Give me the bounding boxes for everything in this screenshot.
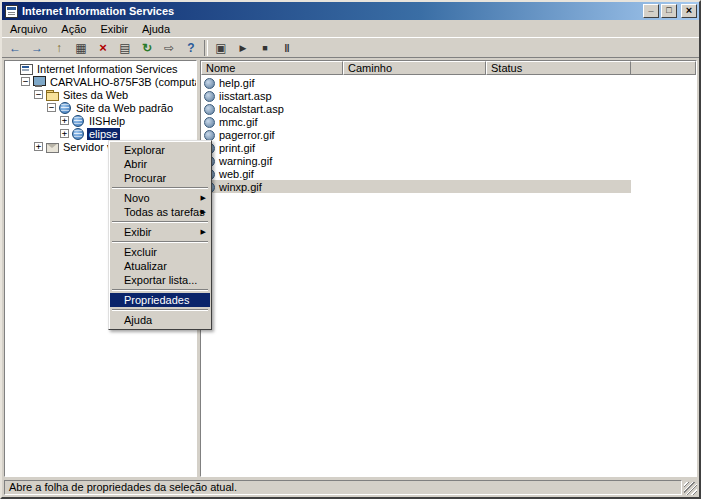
titlebar[interactable]: Internet Information Services _ □ × — [2, 2, 699, 20]
stop-item-button[interactable]: ■ — [254, 39, 276, 57]
list-row[interactable]: warning.gif — [201, 154, 631, 167]
file-name: help.gif — [219, 77, 254, 89]
pause-item-button[interactable]: ‖ — [276, 39, 298, 57]
file-name: web.gif — [219, 168, 254, 180]
back-button[interactable]: ← — [4, 39, 26, 57]
menu-item-novo[interactable]: Novo — [110, 191, 210, 205]
menu-item[interactable]: Ajuda — [135, 22, 177, 36]
computer-icon — [33, 76, 45, 88]
console-icon — [20, 63, 32, 75]
tree-item-elipse[interactable]: + elipse — [5, 127, 196, 140]
file-name: print.gif — [219, 142, 255, 154]
file-name: warning.gif — [219, 155, 272, 167]
list-row[interactable]: iisstart.asp — [201, 89, 631, 102]
show-tree-button[interactable]: ▦ — [70, 39, 92, 57]
tree-item-label: IISHelp — [87, 115, 127, 127]
close-button[interactable]: × — [681, 4, 697, 18]
file-name: mmc.gif — [219, 116, 258, 128]
tree-item-sites-da-web[interactable]: − Sites da Web — [5, 88, 196, 101]
context-menu-item — [112, 309, 208, 311]
column-header[interactable]: Nome — [201, 61, 343, 75]
toolbar-button — [202, 39, 210, 57]
list-row[interactable]: localstart.asp — [201, 102, 631, 115]
file-name: localstart.asp — [219, 103, 284, 115]
menu-item-procurar[interactable]: Procurar — [110, 171, 210, 185]
column-header-filler — [631, 61, 696, 75]
list-row[interactable]: web.gif — [201, 167, 631, 180]
list-row[interactable]: print.gif — [201, 141, 631, 154]
menu-item-exibir[interactable]: Exibir — [110, 225, 210, 239]
delete-button[interactable]: × — [92, 39, 114, 57]
maximize-button[interactable]: □ — [661, 4, 677, 18]
menu-item[interactable]: Arquivo — [3, 22, 54, 36]
tree-item-site-da-web-padrao[interactable]: − Site da Web padrão — [5, 101, 196, 114]
menu-item-excluir[interactable]: Excluir — [110, 245, 210, 259]
expand-toggle[interactable]: + — [60, 116, 69, 125]
forward-button[interactable]: → — [26, 39, 48, 57]
export-list-button[interactable]: ⇨ — [158, 39, 180, 57]
file-icon — [203, 90, 215, 102]
menu-item-abrir[interactable]: Abrir — [110, 157, 210, 171]
list-row[interactable]: mmc.gif — [201, 115, 631, 128]
column-header[interactable]: Status — [486, 61, 631, 75]
file-name: iisstart.asp — [219, 90, 272, 102]
tree-item-label: Site da Web padrão — [74, 102, 175, 114]
tree-item-label: Sites da Web — [61, 89, 130, 101]
file-icon — [203, 129, 215, 141]
tree-item-label: elipse — [87, 128, 120, 140]
expand-toggle[interactable]: + — [34, 142, 43, 151]
smtp-icon — [46, 141, 58, 153]
column-header[interactable]: Caminho — [343, 61, 486, 75]
context-menu-item — [112, 187, 208, 189]
context-menu-item — [112, 241, 208, 243]
expand-toggle[interactable]: − — [34, 90, 43, 99]
file-icon — [203, 103, 215, 115]
tree-item-iis-root[interactable]: Internet Information Services — [5, 62, 196, 75]
site-icon — [72, 115, 84, 127]
window-controls: _ □ × — [643, 4, 697, 18]
file-icon — [203, 116, 215, 128]
menu-item-propriedades[interactable]: Propriedades — [110, 293, 210, 307]
resize-grip[interactable] — [684, 482, 697, 495]
submenu-arrow-icon — [201, 225, 206, 239]
help-button[interactable]: ? — [180, 39, 202, 57]
tree-item-computer[interactable]: − CARVALHO-875F3B (computador local) — [5, 75, 196, 88]
menu-item-exportar-lista[interactable]: Exportar lista... — [110, 273, 210, 287]
file-icon — [203, 77, 215, 89]
submenu-arrow-icon — [201, 205, 206, 219]
context-menu-item — [112, 289, 208, 291]
start-item-button[interactable]: ▶ — [232, 39, 254, 57]
toolbar: ← → ↑ ▦ × ▤ — [2, 37, 699, 58]
statusbar: Abre a folha de propriedades da seleção … — [2, 479, 699, 497]
menu-item-ajuda[interactable]: Ajuda — [110, 313, 210, 327]
app-icon — [5, 5, 18, 18]
expand-toggle[interactable]: + — [60, 129, 69, 138]
menubar: Arquivo Ação Exibir Ajuda — [2, 20, 699, 37]
refresh-button[interactable]: ↻ — [136, 39, 158, 57]
expand-toggle[interactable]: − — [47, 103, 56, 112]
tree-item-label: CARVALHO-875F3B (computador local) — [48, 76, 197, 88]
status-text: Abre a folha de propriedades da seleção … — [4, 480, 682, 495]
minimize-button[interactable]: _ — [643, 4, 659, 18]
list-header: Nome Caminho Status — [201, 61, 696, 75]
menu-item[interactable]: Exibir — [93, 22, 135, 36]
tree-item-iishelp[interactable]: + IISHelp — [5, 114, 196, 127]
file-list-pane: Nome Caminho Status — [200, 60, 697, 477]
folder-icon — [46, 89, 58, 101]
list-row[interactable]: winxp.gif — [201, 180, 631, 193]
list-row[interactable]: pagerror.gif — [201, 128, 631, 141]
menu-item-todas-as-tarefas[interactable]: Todas as tarefas — [110, 205, 210, 219]
menu-item-explorar[interactable]: Explorar — [110, 143, 210, 157]
list-row[interactable]: help.gif — [201, 76, 631, 89]
context-menu-item — [112, 221, 208, 223]
menu-item-atualizar[interactable]: Atualizar — [110, 259, 210, 273]
file-list: help.gif iisstart.asp — [201, 75, 696, 476]
connect-button[interactable]: ▣ — [210, 39, 232, 57]
up-folder-button[interactable]: ↑ — [48, 39, 70, 57]
tree-item-label: Internet Information Services — [35, 63, 180, 75]
menu-item[interactable]: Ação — [54, 22, 93, 36]
properties-button[interactable]: ▤ — [114, 39, 136, 57]
file-name: winxp.gif — [219, 181, 262, 193]
submenu-arrow-icon — [201, 191, 206, 205]
expand-toggle[interactable]: − — [21, 77, 30, 86]
